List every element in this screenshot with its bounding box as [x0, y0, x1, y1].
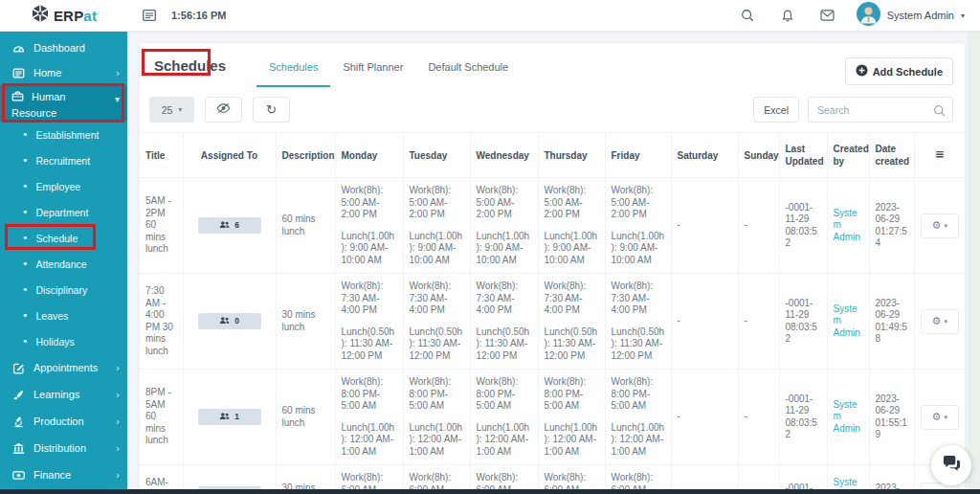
work-hours: Work(8h): 8:00 PM-5:00 AM	[545, 376, 599, 413]
lunch-hours: Lunch(0.50h): 11:30 AM-12:00 PM	[477, 326, 532, 363]
refresh-button[interactable]: ↻	[253, 97, 290, 123]
add-schedule-label: Add Schedule	[873, 66, 943, 78]
add-schedule-button[interactable]: Add Schedule	[845, 57, 953, 85]
page-size-select[interactable]: 25 ▾	[149, 97, 194, 123]
chevron-right-icon: ›	[116, 443, 120, 454]
chevron-down-icon: ▾	[115, 92, 120, 106]
bullet-icon: •	[22, 335, 29, 348]
bullet-icon: •	[22, 154, 29, 167]
friday-cell: Work(8h): 8:00 PM-5:00 AMLunch(1.00h): 1…	[605, 370, 671, 465]
friday-cell: Work(8h): 5:00 AM-2:00 PMLunch(1.00h): 9…	[605, 178, 671, 274]
search-box	[808, 97, 953, 123]
created-by-cell: System Admin	[827, 274, 869, 370]
assigned-count-badge: 0	[198, 313, 261, 329]
tab-default-schedule[interactable]: Default Schedule	[415, 51, 521, 87]
last-updated-cell: -0001-11-29 08:03:52	[779, 178, 827, 274]
sidebar-item-department[interactable]: •Department	[0, 199, 127, 225]
sidebar-item-label: Employee	[36, 181, 81, 192]
work-hours: Work(8h): 7:30 AM-4:00 PM	[342, 281, 397, 317]
columns-menu-icon[interactable]: ≡	[935, 147, 945, 161]
chevron-right-icon: ›	[116, 470, 120, 481]
saturday-cell: -	[671, 178, 738, 274]
sidebar-item-appointments[interactable]: Appointments ›	[0, 354, 127, 381]
row-actions-button[interactable]: ⚙▾	[921, 309, 959, 334]
search-icon	[933, 103, 946, 121]
sidebar-item-schedule[interactable]: •Schedule	[0, 225, 127, 251]
topbar-actions: System Admin ▾	[717, 2, 965, 30]
chat-button[interactable]	[931, 445, 971, 485]
row-actions-button[interactable]: ⚙▾	[921, 213, 959, 238]
created-by-link[interactable]: System Admin	[834, 303, 860, 338]
tab-shift-planner[interactable]: Shift Planner	[330, 51, 415, 87]
caret-down-icon: ▾	[944, 222, 947, 230]
sidebar-item-learnings[interactable]: Learnings ›	[0, 381, 127, 408]
sidebar-item-production[interactable]: Production ›	[0, 408, 127, 435]
sidebar-item-label: Production	[33, 415, 84, 427]
user-menu[interactable]: System Admin ▾	[857, 2, 965, 30]
monday-cell: Work(8h): 5:00 AM-2:00 PMLunch(1.00h): 9…	[335, 178, 403, 274]
users-icon	[219, 316, 230, 327]
sidebar-item-holidays[interactable]: •Holidays	[0, 328, 127, 354]
thursday-cell: Work(8h): 8:00 PM-5:00 AMLunch(1.00h): 1…	[538, 370, 605, 465]
description-cell: 30 mins lunch	[276, 274, 335, 370]
chevron-right-icon: ›	[116, 390, 120, 400]
lunch-hours: Lunch(1.00h): 12:00 AM-1:00 AM	[545, 422, 599, 459]
row-actions-button[interactable]: ⚙▾	[921, 405, 959, 430]
created-by-link[interactable]: System Admin	[834, 399, 860, 434]
app-logo[interactable]: ERPat	[0, 0, 127, 31]
bell-icon[interactable]	[778, 6, 797, 25]
sidebar-item-leaves[interactable]: •Leaves	[0, 303, 127, 328]
sidebar-item-employee[interactable]: •Employee	[0, 173, 127, 199]
toggle-columns-button[interactable]	[205, 97, 242, 123]
sidebar-item-home[interactable]: Home ›	[0, 60, 127, 85]
lunch-hours: Lunch(1.00h): 12:00 AM-1:00 AM	[410, 422, 464, 459]
sidebar-item-recruitment[interactable]: •Recruitment	[0, 147, 127, 173]
gear-icon: ⚙	[932, 219, 942, 232]
caret-down-icon: ▾	[944, 414, 947, 421]
col-actions: ≡	[914, 133, 965, 178]
col-sunday: Sunday	[738, 133, 779, 178]
sidebar-item-attendance[interactable]: •Attendance	[0, 251, 127, 277]
sidebar-item-label: Home	[33, 67, 61, 79]
col-friday: Friday	[605, 133, 671, 178]
wednesday-cell: Work(8h): 7:30 AM-4:00 PMLunch(0.50h): 1…	[470, 274, 538, 370]
logo-cube-icon	[31, 4, 50, 27]
schedule-title: 7:30 AM - 4:00 PM 30 mins lunch	[140, 274, 183, 370]
chat-icon	[942, 455, 962, 477]
work-hours: Work(8h): 7:30 AM-4:00 PM	[477, 281, 532, 317]
lunch-hours: Lunch(1.00h): 9:00 AM-10:00 AM	[545, 231, 599, 267]
page-title: Schedules	[149, 51, 230, 74]
topbar: ERPat 1:56:16 PM System Admin ▾	[0, 0, 980, 32]
sidebar-item-finance[interactable]: Finance ›	[0, 461, 127, 488]
bottom-edge-bar	[0, 489, 980, 494]
col-assigned-to: Assigned To	[183, 133, 276, 178]
caret-down-icon: ▾	[178, 105, 182, 114]
tuesday-cell: Work(8h): 5:00 AM-2:00 PMLunch(1.00h): 9…	[403, 178, 470, 274]
search-input[interactable]	[808, 97, 953, 123]
sidebar-item-disciplinary[interactable]: •Disciplinary	[0, 277, 127, 303]
date-created-cell: 2023-06-29 01:49:58	[869, 274, 914, 370]
wednesday-cell: Work(8h): 5:00 AM-2:00 PMLunch(1.00h): 9…	[470, 178, 538, 274]
sidebar-item-distribution[interactable]: Distribution ›	[0, 435, 127, 461]
sidebar-item-human-resource[interactable]: Human Resource ▾	[0, 85, 127, 122]
sidebar-toggle-icon[interactable]	[140, 6, 159, 25]
sidebar-item-label: Appointments	[33, 362, 98, 373]
vertical-scrollbar[interactable]	[968, 32, 980, 489]
created-by-link[interactable]: System Admin	[834, 208, 860, 242]
chevron-right-icon: ›	[116, 416, 120, 427]
mail-icon[interactable]	[818, 6, 837, 25]
page-size-value: 25	[162, 104, 173, 116]
excel-export-button[interactable]: Excel	[753, 97, 799, 123]
date-created-cell: 2023-06-29 01:27:54	[869, 178, 914, 274]
sidebar-item-dashboard[interactable]: Dashboard	[0, 35, 127, 60]
refresh-icon: ↻	[266, 102, 277, 117]
logo-text: ERPat	[54, 8, 97, 24]
sidebar-item-establishment[interactable]: •Establishment	[0, 122, 127, 147]
sidebar-item-label: Schedule	[36, 233, 78, 244]
sidebar-item-label: Distribution	[33, 442, 86, 454]
table-toolbar: 25 ▾ ↻ Excel	[140, 87, 965, 132]
lunch-hours: Lunch(1.00h): 9:00 AM-10:00 AM	[612, 231, 665, 267]
tab-schedules[interactable]: Schedules	[256, 51, 330, 87]
col-date-created: Date created	[869, 133, 914, 178]
search-icon[interactable]	[738, 6, 757, 25]
